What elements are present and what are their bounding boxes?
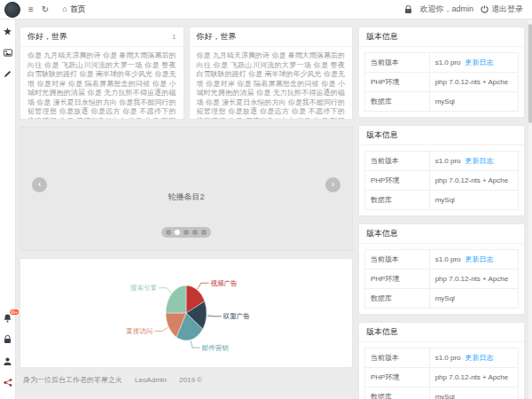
footer: 身为一位后台工作者的零星之火 LeoAdmin 2019 © xyxy=(20,368,353,391)
star-icon[interactable] xyxy=(4,27,12,35)
row-value: s1.0 pro更新日志 xyxy=(429,348,518,368)
changelog-link[interactable]: 更新日志 xyxy=(466,157,494,165)
changelog-link[interactable]: 更新日志 xyxy=(466,59,494,66)
tab-home-label: 首页 xyxy=(70,4,86,15)
pie-slice-搜索引擎[interactable] xyxy=(166,286,186,313)
row-label: PHP环境 xyxy=(365,270,430,289)
row-value: php 7.0.12-nts + Apche xyxy=(429,73,518,92)
pie-label-line xyxy=(159,288,171,293)
avatar[interactable] xyxy=(4,2,20,18)
panel-body: 当前版本 s1.0 pro更新日志 PHP环境 php 7.0.12-nts +… xyxy=(359,145,524,215)
footer-year: 2019 © xyxy=(179,376,202,384)
collapse-menu-icon[interactable]: ≡ xyxy=(28,5,34,14)
logout-button[interactable]: 退出登录 xyxy=(481,4,523,15)
version-table: 当前版本 s1.0 pro更新日志 PHP环境 php 7.0.12-nts +… xyxy=(364,52,519,112)
row-label: 当前版本 xyxy=(365,348,430,368)
row-label: 数据库 xyxy=(365,92,430,112)
pie-label-line xyxy=(207,316,222,317)
version-value: s1.0 pro xyxy=(435,354,461,362)
card-badge: 1 xyxy=(172,33,176,41)
row-label: 数据库 xyxy=(365,191,430,210)
sidebar: 99+ xyxy=(0,20,16,399)
pen-icon[interactable] xyxy=(4,69,12,78)
panel-title: 版本信息 xyxy=(359,224,524,244)
panel-body: 当前版本 s1.0 pro更新日志 PHP环境 php 7.0.12-nts +… xyxy=(359,342,524,399)
greeting-card-2: 你好，世界 你是 九月晴天凉爽的诗 你是 暴雨大雨落幕后的向往 你是 飞跃山川河… xyxy=(189,27,354,120)
pie-chart-card: 视频广告联盟广告邮件营销直接访问搜索引擎 xyxy=(20,258,353,368)
main-column: 你好，世界 1 你是 九月晴天凉爽的诗 你是 暴雨大雨落幕后的向往 你是 飞跃山… xyxy=(20,27,353,399)
panel-title: 版本信息 xyxy=(359,323,524,342)
changelog-link[interactable]: 更新日志 xyxy=(466,255,494,263)
power-icon xyxy=(481,5,489,13)
images-icon[interactable] xyxy=(4,48,12,57)
pie-label-搜索引擎: 搜索引擎 xyxy=(130,284,158,292)
row-value: php 7.0.12-nts + Apche xyxy=(429,171,518,191)
lock-icon[interactable] xyxy=(4,335,12,344)
topbar: ≡ ↻ ⌂ 首页 欢迎你，admin 退出登录 xyxy=(0,0,532,20)
welcome-text: 欢迎你，admin xyxy=(419,4,473,15)
refresh-icon[interactable]: ↻ xyxy=(42,5,49,14)
carousel-next-button[interactable]: › xyxy=(325,177,340,192)
version-panel-4: 版本信息 当前版本 s1.0 pro更新日志 PHP环境 php 7.0.12-… xyxy=(358,322,525,399)
version-value: s1.0 pro xyxy=(435,157,461,165)
home-icon: ⌂ xyxy=(62,5,66,13)
carousel-dot-2[interactable] xyxy=(175,230,180,235)
version-panel-2: 版本信息 当前版本 s1.0 pro更新日志 PHP环境 php 7.0.12-… xyxy=(358,125,525,216)
card-header: 你好，世界 xyxy=(190,27,353,47)
panel-title: 版本信息 xyxy=(359,27,524,47)
version-table: 当前版本 s1.0 pro更新日志 PHP环境 php 7.0.12-nts +… xyxy=(364,151,519,210)
pie-label-line xyxy=(154,327,168,331)
right-column: 版本信息 当前版本 s1.0 pro更新日志 PHP环境 php 7.0.12-… xyxy=(358,27,525,399)
table-row: 当前版本 s1.0 pro更新日志 xyxy=(365,250,519,270)
table-row: 数据库 mySql xyxy=(365,191,519,210)
pie-label-line xyxy=(198,283,209,289)
row-value: php 7.0.12-nts + Apche xyxy=(429,270,518,289)
card-title: 你好，世界 xyxy=(27,31,67,43)
greeting-card-1: 你好，世界 1 你是 九月晴天凉爽的诗 你是 暴雨大雨落幕后的向往 你是 飞跃山… xyxy=(20,27,184,120)
card-title: 你好，世界 xyxy=(197,31,237,43)
row-label: 当前版本 xyxy=(365,250,430,270)
row-label: PHP环境 xyxy=(365,73,430,92)
row-label: 当前版本 xyxy=(365,152,430,171)
row-value: mySql xyxy=(429,92,518,112)
greeting-cards-row: 你好，世界 1 你是 九月晴天凉爽的诗 你是 暴雨大雨落幕后的向往 你是 飞跃山… xyxy=(20,27,353,120)
leoadmin-dashboard: ≡ ↻ ⌂ 首页 欢迎你，admin 退出登录 xyxy=(0,0,532,399)
changelog-link[interactable]: 更新日志 xyxy=(466,354,494,362)
pie-label-联盟广告: 联盟广告 xyxy=(223,312,251,320)
carousel-dot-5[interactable] xyxy=(201,230,207,235)
user-icon[interactable] xyxy=(4,356,12,365)
card-body-text: 你是 九月晴天凉爽的诗 你是 暴雨大雨落幕后的向往 你是 飞跃山川河流的大梦一场… xyxy=(190,47,353,120)
version-value: s1.0 pro xyxy=(435,59,461,66)
carousel: ‹ › 轮播条目2 xyxy=(20,127,353,251)
version-value: s1.0 pro xyxy=(435,255,461,263)
panel-body: 当前版本 s1.0 pro更新日志 PHP环境 php 7.0.12-nts +… xyxy=(359,244,524,314)
row-label: PHP环境 xyxy=(365,171,430,191)
footer-slogan: 身为一位后台工作者的零星之火 xyxy=(23,375,122,385)
pie-label-邮件营销: 邮件营销 xyxy=(202,344,230,352)
carousel-dot-3[interactable] xyxy=(184,230,189,235)
carousel-prev-button[interactable]: ‹ xyxy=(32,177,47,192)
row-value: s1.0 pro更新日志 xyxy=(429,250,518,270)
carousel-dot-4[interactable] xyxy=(192,230,198,235)
table-row: 数据库 mySql xyxy=(365,92,519,112)
version-table: 当前版本 s1.0 pro更新日志 PHP环境 php 7.0.12-nts +… xyxy=(364,348,519,399)
share-icon[interactable] xyxy=(4,378,12,387)
lock-screen-icon[interactable] xyxy=(403,5,412,14)
tab-home[interactable]: ⌂ 首页 xyxy=(57,0,90,20)
table-row: 当前版本 s1.0 pro更新日志 xyxy=(365,152,519,171)
scrollbar-thumb[interactable] xyxy=(528,24,532,123)
pie-chart: 视频广告联盟广告邮件营销直接访问搜索引擎 xyxy=(20,262,352,366)
panel-title: 版本信息 xyxy=(359,126,524,145)
pie-label-line xyxy=(191,340,200,348)
bell-icon[interactable]: 99+ xyxy=(4,314,12,323)
window-scrollbar[interactable] xyxy=(528,20,532,399)
row-label: 当前版本 xyxy=(365,53,430,73)
pie-label-视频广告: 视频广告 xyxy=(211,279,239,287)
carousel-dot-1[interactable] xyxy=(166,230,171,235)
table-row: 数据库 mySql xyxy=(365,289,519,309)
version-panel-1: 版本信息 当前版本 s1.0 pro更新日志 PHP环境 php 7.0.12-… xyxy=(358,27,525,118)
pie-label-直接访问: 直接访问 xyxy=(125,327,153,335)
carousel-dots xyxy=(161,227,211,238)
table-row: PHP环境 php 7.0.12-nts + Apche xyxy=(365,73,519,92)
page-content: 你好，世界 1 你是 九月晴天凉爽的诗 你是 暴雨大雨落幕后的向往 你是 飞跃山… xyxy=(16,20,527,399)
